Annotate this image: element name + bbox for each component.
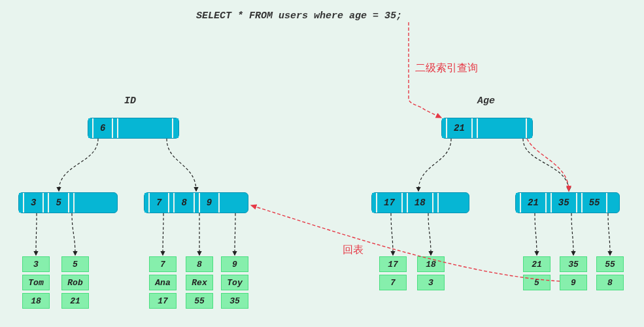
left-leaf1-name: Rob (61, 275, 89, 290)
annotation-back-to-table: 回表 (343, 243, 364, 257)
left-leaf0-key: 3 (22, 256, 50, 272)
left-leaf2-key: 7 (149, 256, 177, 272)
right-leaf4-ptr: 8 (596, 275, 624, 290)
right-leaf0-ptr: 7 (379, 275, 407, 290)
left-leaf2-name: Ana (149, 275, 177, 290)
right-child1-k2: 55 (583, 193, 608, 213)
right-leaf3-key: 35 (560, 256, 587, 272)
right-child1-k0: 21 (521, 193, 547, 213)
right-child0-k0: 17 (377, 193, 403, 213)
left-root-key: 6 (93, 118, 113, 138)
right-child1-node: 21 35 55 (515, 192, 620, 213)
sql-query: SELECT * FROM users where age = 35; (196, 10, 402, 22)
left-child0-k1: 5 (49, 193, 69, 213)
left-child1-k0: 7 (150, 193, 169, 213)
left-child0-node: 3 5 (18, 192, 118, 213)
right-leaf1-key: 18 (417, 256, 445, 272)
right-root-node: 21 (441, 118, 533, 139)
right-root-key: 21 (447, 118, 473, 138)
right-leaf4-key: 55 (596, 256, 624, 272)
right-leaf2-key: 21 (523, 256, 551, 272)
left-leaf0-name: Tom (22, 275, 50, 290)
left-child1-node: 7 8 9 (144, 192, 248, 213)
left-leaf3-key: 8 (186, 256, 213, 272)
left-child1-k2: 9 (200, 193, 220, 213)
right-child1-k1: 35 (552, 193, 577, 213)
annotation-secondary-lookup: 二级索引查询 (415, 61, 478, 75)
left-child0-k0: 3 (24, 193, 44, 213)
left-leaf4-extra: 35 (221, 293, 248, 309)
left-leaf0-extra: 18 (22, 293, 50, 309)
right-leaf3-ptr: 9 (560, 275, 587, 290)
right-leaf0-key: 17 (379, 256, 407, 272)
left-leaf3-extra: 55 (186, 293, 213, 309)
left-child1-k1: 8 (175, 193, 194, 213)
right-leaf1-ptr: 3 (417, 275, 445, 290)
left-leaf4-name: Toy (221, 275, 248, 290)
left-leaf3-name: Rex (186, 275, 213, 290)
left-leaf2-extra: 17 (149, 293, 177, 309)
right-child0-k1: 18 (408, 193, 433, 213)
left-tree-label: ID (124, 95, 136, 107)
right-tree-label: Age (477, 95, 495, 107)
right-leaf2-ptr: 5 (523, 275, 551, 290)
left-leaf1-extra: 21 (61, 293, 89, 309)
left-root-node: 6 (88, 118, 179, 139)
left-leaf1-key: 5 (61, 256, 89, 272)
left-leaf4-key: 9 (221, 256, 248, 272)
right-child0-node: 17 18 (371, 192, 469, 213)
